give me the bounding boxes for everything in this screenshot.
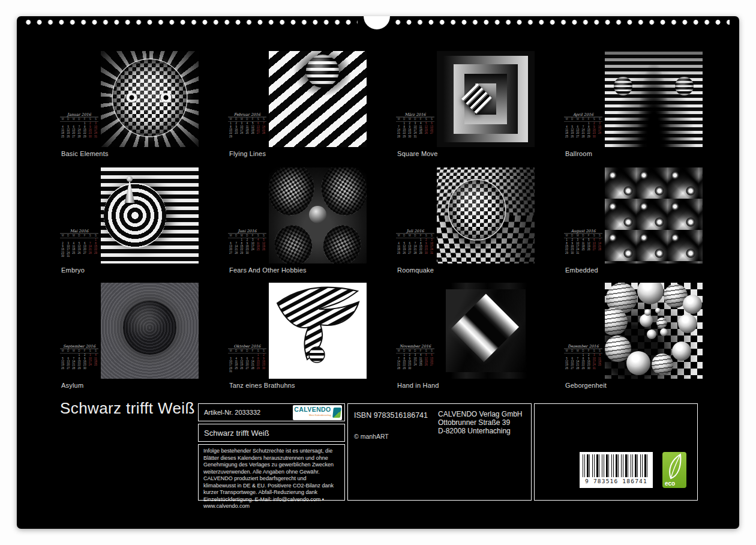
- mini-calendar-month-label: Juni 2016: [228, 229, 266, 233]
- publisher-city: D-82008 Unterhaching: [438, 427, 523, 435]
- mini-calendar-grid: MDMDFSS123456789101112131415161718192021…: [396, 350, 434, 370]
- mini-calendar-month-label: Mai 2016: [60, 229, 98, 233]
- barcode-digits: 9 783516 186741: [583, 478, 650, 484]
- product-info-panel: Artikel-Nr. 2033332 CALVENDO Mein Kalend…: [198, 403, 698, 501]
- calvendo-logo-tagline: Mein Kalenderverlag: [309, 412, 331, 418]
- sphere-shape: [647, 330, 656, 339]
- artwork-title: Basic Elements: [61, 150, 109, 157]
- mini-calendar-january: Januar 2016 MDMDFSS123456789101112131415…: [60, 112, 98, 139]
- artwork-roomquake: [437, 167, 535, 263]
- mini-calendar-september: September 2016 MDMDFSS123456789101112131…: [60, 344, 98, 370]
- mini-calendar-grid: MDMDFSS123456789101112131415161718192021…: [396, 235, 434, 255]
- mini-calendar-month-label: Oktober 2016: [228, 344, 266, 349]
- calendar-title: Schwarz trifft Weiß: [60, 399, 195, 418]
- calvendo-logo: CALVENDO Mein Kalenderverlag: [293, 405, 342, 420]
- binding-holes-left: [23, 20, 358, 25]
- mini-calendar-march: März 2016 MDMDFSS12345678910111213141516…: [396, 112, 434, 139]
- barcode-box: 9 783516 186741 eco: [534, 403, 698, 501]
- mini-calendar-grid: MDMDFSS123456789101112131415161718192021…: [564, 235, 602, 255]
- artwork-embryo: [101, 167, 199, 263]
- sphere-shape: [672, 342, 691, 361]
- month-cell-february: Februar 2016 MDMDFSS12345678910111213141…: [228, 51, 367, 163]
- sphere-tip-shape: [127, 176, 133, 182]
- publisher-street: Ottobrunner Straße 39: [438, 418, 523, 427]
- month-cell-april: April 2016 MDMDFSS1234567891011121314151…: [564, 51, 703, 163]
- leaf-icon: [665, 453, 684, 481]
- artwork-fears-and-other-hobbies: [269, 167, 367, 263]
- artwork-title: Roomquake: [397, 266, 434, 274]
- warp-shape: [637, 62, 670, 147]
- mini-calendar-month-label: Juli 2016: [396, 229, 434, 233]
- eco-label: eco: [665, 480, 675, 487]
- orb-shape: [309, 206, 326, 223]
- artwork-title: Hand in Hand: [397, 382, 439, 389]
- month-cell-march: März 2016 MDMDFSS12345678910111213141516…: [396, 51, 535, 163]
- artwork-basic-elements: [101, 51, 199, 147]
- ring-bulge-shape: [104, 183, 166, 248]
- article-number-box: Artikel-Nr. 2033332 CALVENDO Mein Kalend…: [198, 403, 345, 421]
- sphere-shape: [626, 351, 650, 375]
- calendar-back-page: Januar 2016 MDMDFSS123456789101112131415…: [17, 16, 739, 529]
- isbn-publisher-box: ISBN 9783516186741 CALVENDO Verlag GmbH …: [347, 403, 532, 501]
- mini-calendar-month-label: März 2016: [396, 112, 434, 117]
- month-cell-may: Mai 2016 MDMDFSS123456789101112131415161…: [60, 167, 199, 279]
- artwork-title: Square Move: [397, 150, 438, 157]
- artwork-hand-in-hand: [437, 283, 535, 379]
- sphere-shape: [656, 318, 667, 328]
- mini-calendar-june: Juni 2016 MDMDFSS12345678910111213141516…: [228, 229, 266, 255]
- artwork-ballroom: [605, 51, 703, 147]
- checkered-sphere-shape: [113, 59, 187, 136]
- mini-calendar-october: Oktober 2016 MDMDFSS12345678910111213141…: [228, 344, 266, 373]
- checkered-fan-shape: [269, 220, 317, 263]
- artwork-title: Ballroom: [565, 150, 592, 157]
- mini-calendar-grid: MDMDFSS123456789101112131415161718192021…: [60, 235, 98, 258]
- ean-barcode: 9 783516 186741: [580, 452, 653, 488]
- mini-calendar-month-label: September 2016: [60, 344, 98, 349]
- sphere-shape: [637, 283, 664, 304]
- month-cell-november: November 2016 MDMDFSS1234567891011121314…: [396, 283, 535, 394]
- mini-calendar-april: April 2016 MDMDFSS1234567891011121314151…: [564, 112, 602, 139]
- mini-calendar-may: Mai 2016 MDMDFSS123456789101112131415161…: [60, 229, 98, 258]
- mini-calendar-grid: MDMDFSS123456789101112131415161718192021…: [396, 118, 434, 139]
- month-cell-september: September 2016 MDMDFSS123456789101112131…: [60, 283, 199, 394]
- sphere-shape: [678, 314, 697, 333]
- checkered-fan-shape: [318, 220, 366, 263]
- mini-calendar-grid: MDMDFSS123456789101112131415161718192021…: [564, 118, 602, 139]
- artwork-title: Tanz eines Brathuhns: [229, 382, 295, 389]
- eye-shape: [125, 93, 138, 101]
- sphere-shape: [655, 308, 661, 313]
- striped-sphere-shape: [675, 77, 694, 95]
- artwork-tanz-eines-brathuhns: [269, 283, 367, 379]
- artwork-square-move: [437, 51, 535, 147]
- artwork-asylum: [101, 283, 199, 379]
- publisher-name: CALVENDO Verlag GmbH: [438, 410, 523, 418]
- binding-holes-right: [392, 20, 730, 25]
- product-title-box: Schwarz trifft Weiß: [198, 424, 345, 442]
- artwork-title: Flying Lines: [229, 150, 266, 157]
- artwork-embedded: [605, 167, 703, 263]
- month-cell-january: Januar 2016 MDMDFSS123456789101112131415…: [60, 51, 199, 163]
- sphere-shape: [644, 309, 651, 316]
- article-number: Artikel-Nr. 2033332: [204, 409, 260, 416]
- mini-calendar-grid: MDMDFSS123456789101112131415161718192021…: [228, 118, 266, 139]
- month-cell-december: Dezember 2016 MDMDFSS1234567891011121314…: [564, 283, 703, 394]
- mini-calendar-august: August 2016 MDMDFSS123456789101112131415…: [564, 229, 602, 255]
- sphere-shape: [683, 295, 702, 314]
- artwork-flying-lines: [269, 51, 367, 147]
- mini-calendar-grid: MDMDFSS123456789101112131415161718192021…: [60, 118, 98, 139]
- sphere-shape: [652, 354, 673, 375]
- artwork-title: Embryo: [61, 266, 85, 274]
- striped-swirl-graphic: [269, 283, 367, 379]
- sphere-shape: [640, 314, 653, 327]
- striped-sphere-shape: [306, 55, 339, 87]
- month-cell-october: Oktober 2016 MDMDFSS12345678910111213141…: [228, 283, 367, 394]
- mini-calendar-month-label: August 2016: [564, 229, 602, 233]
- mini-calendar-month-label: November 2016: [396, 344, 434, 349]
- artwork-geborgenheit: [605, 283, 703, 379]
- copyright: © manhART: [354, 433, 389, 440]
- mini-calendar-month-label: Januar 2016: [60, 112, 98, 117]
- sphere-shape: [605, 308, 628, 336]
- hanger-hole: [364, 16, 390, 29]
- artwork-title: Asylum: [61, 382, 83, 389]
- checkered-sphere-shape: [449, 180, 506, 239]
